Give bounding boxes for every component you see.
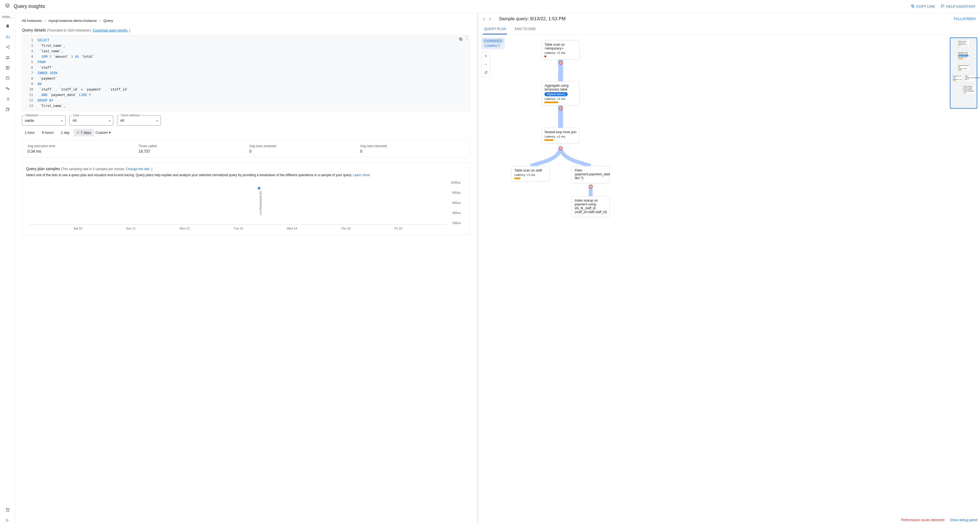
- nav-table-icon[interactable]: [5, 65, 10, 71]
- svg-rect-5: [6, 77, 9, 79]
- svg-point-10: [260, 191, 262, 192]
- crumb-instance[interactable]: mysql-instance-demo-instance: [48, 19, 97, 23]
- chevron-right-icon: ›: [100, 19, 101, 23]
- crumb-query[interactable]: Query: [103, 19, 113, 23]
- code-line: SELECT: [38, 38, 49, 42]
- copy-icon: [911, 4, 915, 9]
- compact-toggle[interactable]: COMPACT: [482, 43, 503, 48]
- chart-cluster-dots: [259, 191, 262, 216]
- chart-y-axis: 1000us 800us 600us 400us 200us: [447, 181, 460, 224]
- node-title: Aggregate using temporary table: [544, 84, 577, 91]
- x-tick: Sat 10: [73, 227, 82, 230]
- nav-replica-icon[interactable]: [5, 86, 10, 91]
- user-select[interactable]: UserAll: [70, 115, 113, 126]
- prev-sample-button[interactable]: ‹: [483, 16, 485, 22]
- tab-end-to-end[interactable]: END TO END: [514, 24, 537, 35]
- y-tick: 800us: [447, 191, 460, 194]
- code-line: `last_name`,: [38, 49, 63, 53]
- times-called-label: Times called: [138, 144, 243, 148]
- plan-junction-icon: ▾: [559, 61, 563, 65]
- y-tick: 1000us: [447, 181, 460, 184]
- close-paren: ): [129, 29, 130, 32]
- database-select[interactable]: Databasesakila: [22, 115, 66, 126]
- chevron-down-icon: ▾: [109, 130, 111, 135]
- x-tick: Sun 11: [126, 227, 136, 230]
- query-plan-viewer[interactable]: EXPANDED COMPACT + − ↺ Table scan on <te…: [479, 35, 980, 523]
- breadcrumb: All instances › mysql-instance-demo-inst…: [22, 19, 470, 23]
- query-details-title: Query details: [22, 28, 46, 32]
- svg-point-28: [260, 212, 262, 214]
- x-tick: Thu 15: [341, 227, 350, 230]
- node-title: Table scan on staff: [514, 169, 547, 172]
- reset-zoom-icon[interactable]: ↺: [484, 68, 488, 77]
- time-range-bar: 1 hour 6 hours 1 day 7 days Custom ▾: [22, 129, 470, 136]
- copy-link-label: COPY LINK: [916, 5, 935, 8]
- copy-link-button[interactable]: COPY LINK: [911, 4, 935, 9]
- minimap[interactable]: Table scan on <temporary>Latency <1 ms A…: [950, 38, 977, 108]
- customize-length-link[interactable]: Customize query length.: [93, 29, 128, 32]
- node-title: Filter: (payment.payment_date like ?): [574, 169, 607, 180]
- node-title: Index lookup on payment using idx_fk_sta…: [574, 199, 607, 214]
- chart-selected-point[interactable]: [258, 187, 261, 189]
- nav-login-icon[interactable]: [5, 45, 10, 50]
- time-1d[interactable]: 1 day: [58, 129, 72, 136]
- zoom-in-icon[interactable]: +: [485, 52, 487, 60]
- nav-insights-icon[interactable]: [5, 34, 10, 40]
- left-pane: All instances › mysql-instance-demo-inst…: [15, 13, 478, 523]
- x-tick: Fri 16: [395, 227, 402, 230]
- truncated-note: (Truncated to 1024 characters.: [47, 29, 92, 32]
- node-title: Table scan on <temporary>: [544, 43, 577, 50]
- view-toggle: EXPANDED COMPACT: [481, 38, 504, 49]
- nav-list-icon[interactable]: [5, 96, 10, 102]
- expanded-toggle[interactable]: EXPANDED: [482, 38, 503, 43]
- change-rate-link[interactable]: Change the rate.: [126, 167, 150, 171]
- plan-node-nested-loop[interactable]: Nested loop inner join Latency: <1 ms: [541, 128, 580, 143]
- show-debug-link[interactable]: Show debug panel: [950, 518, 977, 522]
- help-assistant-button[interactable]: HELP ASSISTANT: [940, 4, 975, 9]
- nav-users-icon[interactable]: [5, 55, 10, 60]
- rows-scanned-label: Avg rows scanned: [249, 144, 353, 148]
- zoom-out-icon[interactable]: −: [485, 60, 487, 68]
- user-label: User: [72, 113, 80, 117]
- plan-junction-icon: ▾: [559, 107, 563, 110]
- samples-scatter-chart[interactable]: 1000us 800us 600us 400us 200us: [29, 181, 460, 230]
- y-tick: 400us: [447, 211, 460, 215]
- copy-code-icon[interactable]: [458, 37, 463, 43]
- tab-query-plan[interactable]: QUERY PLAN: [483, 24, 507, 35]
- samples-desc: Select one of the dots to see a query pl…: [26, 173, 352, 177]
- nav-backup-icon[interactable]: [5, 75, 10, 81]
- time-7d[interactable]: 7 days: [74, 129, 94, 136]
- samples-title: Query plan samples: [26, 167, 60, 171]
- plan-node-table-scan-temp[interactable]: Table scan on <temporary> Latency: <1 ms: [541, 40, 580, 60]
- plan-node-filter[interactable]: Filter: (payment.payment_date like ?): [571, 166, 610, 183]
- time-6h[interactable]: 6 hours: [39, 129, 56, 136]
- nav-bookmark-icon[interactable]: [5, 24, 10, 29]
- chat-icon: [940, 4, 945, 9]
- rows-returned-label: Avg rows returned: [360, 144, 464, 148]
- plan-junction-icon: ▾: [559, 146, 563, 150]
- custom-label: Custom: [95, 130, 108, 135]
- crumb-all-instances[interactable]: All instances: [22, 19, 42, 23]
- collapse-code-icon[interactable]: ˆˇ: [466, 37, 468, 43]
- nav-settings-icon[interactable]: [5, 107, 10, 112]
- chart-x-axis: . Sat 10 Sun 11 Mon 12 Tue 13 Wed 14 Thu…: [29, 227, 447, 230]
- code-line: `payment`: [38, 76, 57, 80]
- code-line: `staff` . `staff_id` = `payment` . `staf…: [38, 87, 128, 91]
- fullscreen-button[interactable]: FULLSCREEN: [954, 17, 975, 21]
- nav-expand-icon[interactable]: [5, 518, 10, 523]
- svg-point-2: [6, 56, 7, 57]
- plan-edges: [479, 35, 980, 523]
- nav-notes-icon[interactable]: [5, 507, 10, 513]
- exec-time-value: 0.34 ms: [28, 149, 132, 153]
- next-sample-button[interactable]: ›: [489, 16, 490, 22]
- plan-node-aggregate[interactable]: Aggregate using temporary table Highest …: [541, 81, 580, 106]
- time-custom[interactable]: Custom ▾: [95, 130, 111, 135]
- client-address-select[interactable]: Client addressAll: [117, 115, 161, 126]
- left-nav: PRIM…: [0, 13, 15, 523]
- close-paren: ): [151, 167, 153, 171]
- time-1h[interactable]: 1 hour: [22, 129, 38, 136]
- plan-node-table-scan-staff[interactable]: Table scan on staff Latency: <1 ms: [511, 166, 550, 182]
- plan-node-index-lookup[interactable]: Index lookup on payment using idx_fk_sta…: [571, 196, 610, 217]
- svg-point-27: [259, 210, 261, 212]
- learn-more-link[interactable]: Learn more: [353, 173, 370, 177]
